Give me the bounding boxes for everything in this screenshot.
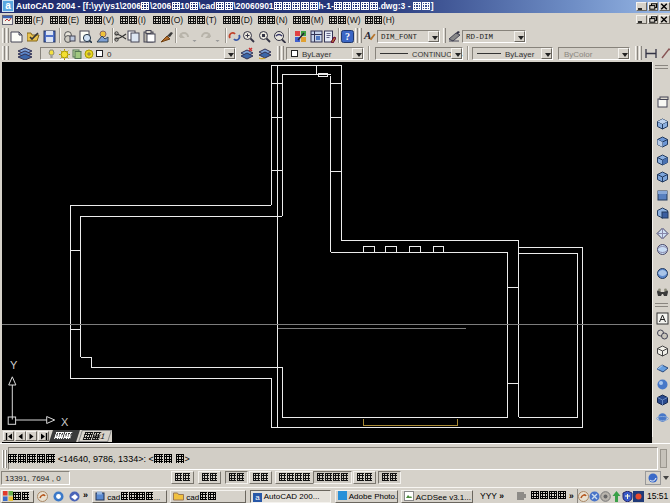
svg-text:Y: Y: [10, 359, 18, 371]
svg-text:?: ?: [345, 31, 350, 42]
svg-text:X: X: [61, 416, 69, 428]
